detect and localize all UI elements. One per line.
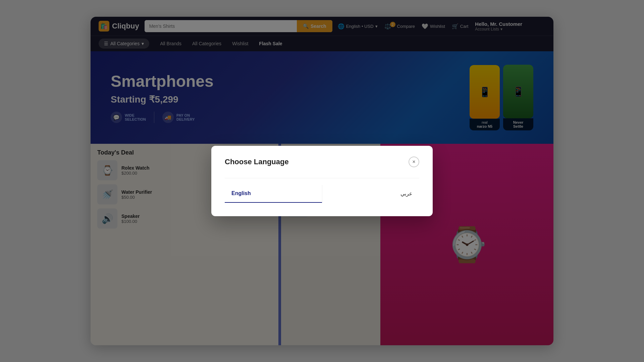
close-icon: ×: [412, 159, 415, 165]
modal-languages: English عربي: [225, 185, 419, 203]
language-option-arabic[interactable]: عربي: [322, 185, 420, 203]
modal-divider: [225, 178, 419, 178]
modal-title: Choose Language: [225, 158, 289, 166]
modal-overlay[interactable]: Choose Language × English عربي: [0, 0, 644, 362]
language-option-english[interactable]: English: [225, 185, 322, 203]
modal-header: Choose Language ×: [225, 157, 419, 167]
modal-close-button[interactable]: ×: [409, 157, 419, 167]
language-modal: Choose Language × English عربي: [211, 146, 433, 216]
